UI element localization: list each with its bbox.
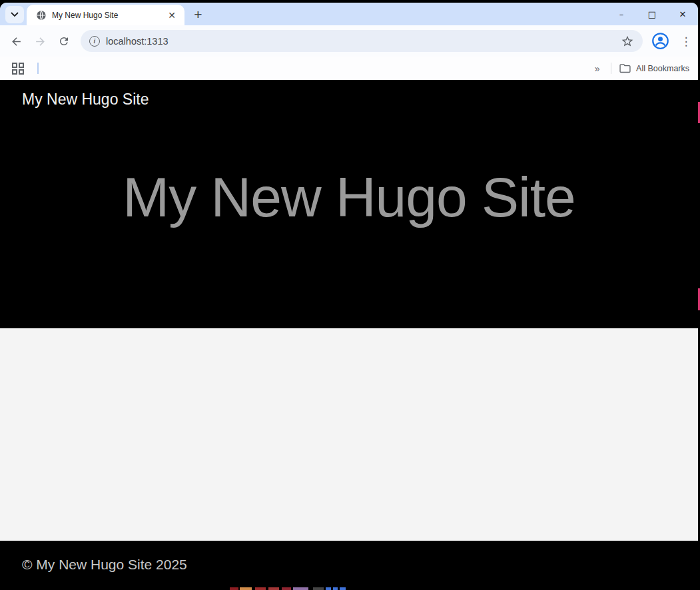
tab-strip: My New Hugo Site ✕ + – □ ✕ (0, 3, 698, 25)
tab-search-button[interactable] (5, 6, 24, 23)
back-button[interactable] (7, 32, 25, 51)
bookmarks-bar: » All Bookmarks (0, 57, 698, 80)
chevron-down-icon (11, 12, 19, 17)
bookmark-star-button[interactable] (620, 34, 635, 49)
taskbar-icon-sliver (255, 587, 266, 590)
site-content-area (0, 328, 698, 541)
reload-icon (58, 35, 70, 47)
site-header-title-link[interactable]: My New Hugo Site (22, 91, 149, 109)
taskbar-icon-sliver (313, 587, 324, 590)
bookmarks-separator (611, 63, 612, 74)
bookmarks-separator (37, 63, 39, 74)
apps-grid-icon[interactable] (12, 63, 24, 75)
browser-tab[interactable]: My New Hugo Site ✕ (27, 5, 184, 25)
bookmarks-overflow-button[interactable]: » (591, 63, 604, 74)
site-footer: © My New Hugo Site 2025 (0, 541, 698, 590)
footer-copyright: © My New Hugo Site 2025 (22, 557, 187, 573)
forward-arrow-icon (34, 35, 47, 48)
screen: My New Hugo Site ✕ + – □ ✕ (0, 0, 700, 590)
taskbar-icon-sliver (333, 587, 338, 590)
browser-menu-button[interactable]: ⋮ (679, 32, 693, 51)
taskbar-icon-sliver (340, 587, 346, 590)
taskbar-icon-sliver (240, 587, 252, 590)
site-info-icon[interactable]: i (89, 36, 100, 47)
hero-title: My New Hugo Site (0, 165, 698, 230)
taskbar-icon-sliver (230, 587, 238, 590)
address-url[interactable]: localhost:1313 (106, 36, 620, 47)
forward-button[interactable] (31, 32, 49, 51)
tab-title: My New Hugo Site (52, 11, 166, 20)
profile-avatar-icon (651, 32, 669, 50)
address-bar[interactable]: i localhost:1313 (81, 30, 643, 52)
maximize-button[interactable]: □ (637, 3, 667, 25)
tab-close-icon[interactable]: ✕ (166, 9, 178, 21)
window-controls: – □ ✕ (606, 3, 698, 25)
taskbar-icon-sliver (282, 587, 291, 590)
page-viewport: My New Hugo Site My New Hugo Site © My N… (0, 80, 698, 590)
folder-icon (619, 63, 631, 73)
globe-favicon-icon (36, 10, 47, 21)
new-tab-button[interactable]: + (189, 5, 207, 23)
site-hero-section: My New Hugo Site My New Hugo Site (0, 80, 698, 328)
reload-button[interactable] (55, 32, 73, 51)
back-arrow-icon (10, 35, 23, 48)
taskbar-icon-sliver (293, 587, 308, 590)
minimize-button[interactable]: – (606, 3, 637, 25)
close-window-button[interactable]: ✕ (667, 3, 698, 25)
browser-window: My New Hugo Site ✕ + – □ ✕ (0, 3, 698, 590)
all-bookmarks-label: All Bookmarks (636, 64, 689, 73)
taskbar-sliver (0, 587, 700, 590)
taskbar-icon-sliver (326, 587, 331, 590)
all-bookmarks-button[interactable]: All Bookmarks (619, 63, 689, 73)
taskbar-icon-sliver (268, 587, 279, 590)
profile-button[interactable] (651, 32, 669, 50)
browser-toolbar: i localhost:1313 ⋮ (0, 25, 698, 57)
